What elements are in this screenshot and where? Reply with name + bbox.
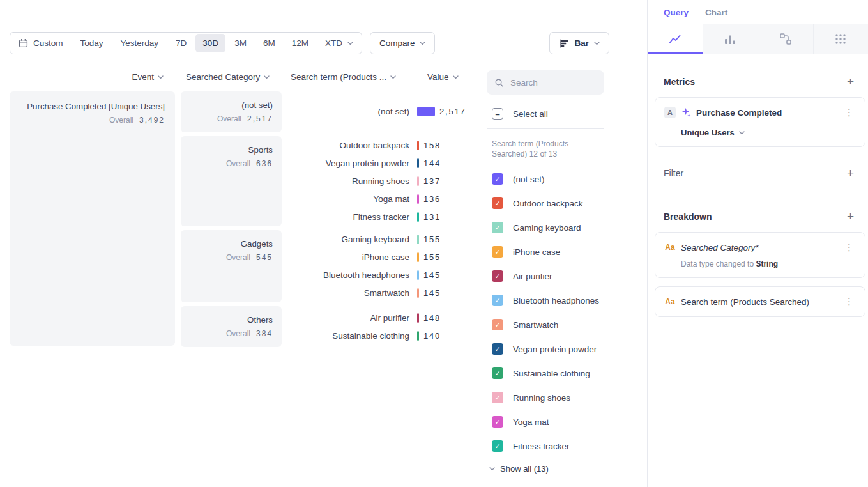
event-cell[interactable]: Purchase Completed [Unique Users] Overal… (10, 91, 175, 346)
column-header-category-label: Searched Category (186, 72, 260, 82)
table-row[interactable]: iPhone case 155 (287, 248, 476, 266)
main-area: Custom Today Yesterday 7D 30D 3M 6M 12M … (0, 0, 647, 487)
select-all-row[interactable]: – Select all (487, 108, 621, 120)
metric-menu-button[interactable]: ⋮ (842, 107, 856, 118)
series-checkbox[interactable]: ✓ (492, 295, 503, 306)
legend-item[interactable]: ✓ Smartwatch (487, 313, 621, 337)
term-rows: Air purifier 148 Sustainable clothing 14… (287, 306, 476, 347)
date-range-30d[interactable]: 30D (195, 34, 225, 52)
table-row[interactable]: Sustainable clothing 140 (287, 327, 476, 344)
breakdown-note: Data type changed to String (681, 259, 856, 268)
viz-tab-bar[interactable] (703, 24, 758, 54)
add-filter-button[interactable]: + (847, 166, 854, 180)
breakdown-card[interactable]: Aa Search term (Products Searched) ⋮ (655, 286, 865, 317)
tab-chart[interactable]: Chart (705, 8, 727, 24)
series-checkbox[interactable]: ✓ (492, 173, 503, 185)
value-label: 155 (423, 235, 441, 244)
category-cell[interactable]: Sports Overall636 (181, 136, 282, 226)
legend-item[interactable]: ✓ Bluetooth headphones (487, 288, 621, 313)
value-label: 155 (423, 252, 441, 262)
series-checkbox[interactable]: ✓ (492, 343, 503, 355)
value-bar (417, 235, 419, 244)
check-icon: ✓ (494, 443, 500, 450)
chart-type-button[interactable]: Bar (549, 32, 609, 54)
category-cell[interactable]: Others Overall384 (181, 306, 282, 347)
compare-button[interactable]: Compare (370, 32, 436, 54)
value-label: 148 (423, 313, 441, 323)
add-metric-button[interactable]: + (847, 75, 854, 89)
legend-item[interactable]: ✓ Vegan protein powder (487, 337, 621, 361)
series-checkbox[interactable]: ✓ (492, 222, 503, 233)
search-input[interactable] (510, 78, 593, 88)
viz-tab-more[interactable] (813, 24, 868, 54)
breakdown-card[interactable]: Aa Searched Category* ⋮ Data type change… (655, 232, 865, 278)
check-icon: ✓ (494, 249, 500, 256)
date-range-custom[interactable]: Custom (10, 33, 72, 54)
term-label: Running shoes (287, 176, 409, 186)
tab-query[interactable]: Query (664, 8, 689, 24)
viz-tab-insights[interactable] (648, 24, 703, 54)
series-checkbox[interactable]: ✓ (492, 197, 503, 209)
date-range-today[interactable]: Today (72, 33, 112, 54)
date-range-yesterday[interactable]: Yesterday (112, 33, 167, 54)
chevron-down-icon (264, 75, 270, 79)
series-checkbox[interactable]: ✓ (492, 270, 503, 282)
column-header-search-term[interactable]: Search term (Products ... (287, 72, 409, 82)
table-row[interactable]: Running shoes 137 (287, 172, 476, 190)
category-cell[interactable]: (not set) Overall2,517 (181, 91, 282, 132)
legend-item-label: Bluetooth headphones (513, 296, 599, 305)
date-range-12m[interactable]: 12M (284, 33, 317, 54)
overall-label: Overall (226, 159, 250, 168)
series-checkbox[interactable]: ✓ (492, 319, 503, 330)
select-all-checkbox[interactable]: – (492, 108, 503, 120)
check-icon: ✓ (494, 273, 500, 280)
measure-dropdown[interactable]: Unique Users (681, 128, 856, 137)
column-header-event[interactable]: Event (0, 72, 175, 82)
date-range-6m[interactable]: 6M (255, 33, 284, 54)
date-range-xtd[interactable]: XTD (317, 33, 362, 54)
table-row[interactable]: Yoga mat 136 (287, 190, 476, 208)
series-checkbox[interactable]: ✓ (492, 416, 503, 428)
legend-item-label: Yoga mat (513, 417, 549, 427)
table-row[interactable]: Outdoor backpack 158 (287, 136, 476, 154)
series-checkbox[interactable]: ✓ (492, 246, 503, 258)
table-row[interactable]: Air purifier 148 (287, 309, 476, 327)
viz-tab-flows[interactable] (758, 24, 813, 54)
date-range-3m[interactable]: 3M (226, 33, 255, 54)
metric-card[interactable]: A Purchase Completed ⋮ Unique Users (655, 97, 865, 147)
column-header-searched-category[interactable]: Searched Category (181, 72, 282, 82)
chevron-down-icon (739, 131, 745, 135)
term-label: Air purifier (287, 313, 409, 323)
legend-item[interactable]: ✓ Gaming keyboard (487, 215, 621, 240)
legend-search[interactable] (487, 70, 604, 95)
query-builder-panel: Query Chart Metrics + A Purchase Complet… (647, 0, 868, 487)
breakdown-menu-button[interactable]: ⋮ (842, 296, 856, 307)
breakdown-section-header: Breakdown + (648, 210, 868, 224)
add-breakdown-button[interactable]: + (847, 210, 854, 224)
table-row[interactable]: Bluetooth headphones 145 (287, 266, 476, 284)
horizontal-bar-chart-icon (559, 39, 569, 48)
legend-item[interactable]: ✓ Running shoes (487, 385, 621, 410)
table-row[interactable]: Fitness tracker 131 (287, 208, 476, 226)
table-row[interactable]: Vegan protein powder 144 (287, 154, 476, 172)
date-range-7d[interactable]: 7D (167, 33, 195, 54)
breakdown-menu-button[interactable]: ⋮ (842, 242, 856, 253)
show-all-button[interactable]: Show all (13) (487, 464, 621, 474)
date-range-today-label: Today (80, 38, 103, 48)
table-row[interactable]: (not set) 2,517 (287, 103, 476, 121)
legend-item[interactable]: ✓ (not set) (487, 167, 621, 191)
series-checkbox[interactable]: ✓ (492, 440, 503, 452)
table-row[interactable]: Smartwatch 145 (287, 284, 476, 302)
series-checkbox[interactable]: ✓ (492, 392, 503, 403)
table-row[interactable]: Gaming keyboard 155 (287, 230, 476, 248)
legend-item[interactable]: ✓ iPhone case (487, 240, 621, 264)
category-cell[interactable]: Gadgets Overall545 (181, 230, 282, 302)
legend-item[interactable]: ✓ Sustainable clothing (487, 361, 621, 385)
chevron-down-icon (347, 42, 353, 45)
legend-item[interactable]: ✓ Fitness tracker (487, 434, 621, 458)
column-header-value[interactable]: Value (427, 72, 459, 82)
legend-item[interactable]: ✓ Yoga mat (487, 410, 621, 434)
legend-item[interactable]: ✓ Outdoor backpack (487, 191, 621, 215)
series-checkbox[interactable]: ✓ (492, 367, 503, 379)
legend-item[interactable]: ✓ Air purifier (487, 264, 621, 288)
